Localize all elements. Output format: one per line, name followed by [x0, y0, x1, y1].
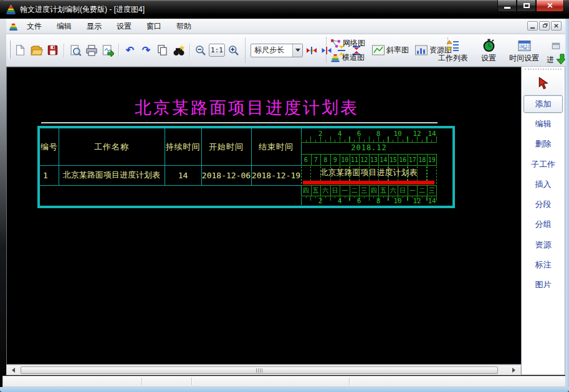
gantt-pyramid-icon	[330, 53, 340, 62]
work-list-button[interactable]: 工作列表	[438, 38, 468, 64]
weekday-cell: 三	[359, 186, 369, 196]
weekday-cell: 六	[388, 186, 398, 196]
sidebar-item-picture[interactable]: 图片	[524, 276, 563, 294]
network-diagram-icon	[330, 39, 341, 48]
mdi-close-button[interactable]: ✕	[551, 21, 562, 31]
weekday-cell: 四	[301, 186, 311, 196]
gantt-task-bar[interactable]	[303, 181, 434, 184]
print-button[interactable]	[84, 43, 98, 57]
status-divider	[191, 378, 192, 385]
weekday-cell: 一	[340, 186, 350, 196]
arrow-left-icon	[9, 368, 15, 373]
time-settings-button[interactable]: 时间设置	[509, 38, 539, 64]
menu-window[interactable]: 窗口	[140, 19, 168, 34]
open-file-button[interactable]	[29, 43, 44, 57]
day-cell: 8	[320, 155, 330, 165]
save-button[interactable]	[45, 43, 60, 57]
slope-chart-icon	[372, 45, 385, 55]
menu-file[interactable]: 文件	[21, 19, 48, 34]
scroll-right-button[interactable]	[510, 365, 520, 375]
tool-sidebar: 添加 编辑 删除 子工作 插入 分段 分组 资源 标注 图片	[521, 67, 565, 375]
sidebar-item-group[interactable]: 分组	[524, 216, 563, 233]
undo-button[interactable]: ↶	[123, 43, 137, 57]
gantt-view-button[interactable]: 横道图	[329, 51, 366, 64]
window-right-frame	[565, 19, 569, 387]
mdi-restore-button[interactable]	[539, 21, 550, 31]
chevron-down-icon	[295, 49, 300, 54]
new-file-button[interactable]	[13, 43, 27, 57]
day-cell: 12	[359, 155, 369, 165]
zoom-in-button[interactable]	[227, 44, 240, 57]
toolbar-separator	[118, 44, 119, 57]
row-cell-start[interactable]: 2018-12-06	[201, 165, 251, 185]
time-settings-label: 时间设置	[509, 53, 539, 64]
network-view-button[interactable]: 网络图	[329, 37, 366, 50]
col-header-name: 工作名称	[59, 128, 165, 165]
ruler-number: 6	[354, 197, 364, 205]
h-expand-icon	[306, 45, 317, 56]
select-cursor-button[interactable]	[523, 72, 563, 95]
menu-view[interactable]: 显示	[80, 19, 108, 34]
row-cell-duration[interactable]: 14	[165, 165, 201, 185]
sidebar-item-add[interactable]: 添加	[524, 95, 563, 113]
col-header-end: 结束时间	[251, 128, 301, 165]
gantt-bar-label: 北京某路面项目进度计划表	[301, 167, 436, 178]
close-icon: ✕	[547, 2, 553, 9]
slope-view-label: 斜率图	[386, 45, 409, 55]
horizontal-scrollbar[interactable]	[6, 365, 521, 375]
gantt-ruler-ticks-top-minor	[301, 140, 437, 142]
close-button[interactable]: ✕	[536, 0, 564, 12]
sidebar-item-insert[interactable]: 插入	[524, 176, 563, 193]
maximize-button[interactable]	[517, 0, 536, 12]
day-cell: 18	[417, 155, 427, 165]
copy-button[interactable]	[155, 43, 170, 57]
weekday-cell: 日	[330, 186, 340, 196]
menu-edit[interactable]: 编辑	[50, 19, 78, 34]
weekday-cell: 三	[427, 186, 437, 196]
sidebar-item-segment[interactable]: 分段	[524, 196, 563, 213]
day-cell: 14	[378, 155, 388, 165]
print-preview-button[interactable]	[68, 43, 82, 57]
slope-view-button[interactable]: 斜率图	[370, 44, 411, 57]
menu-settings[interactable]: 设置	[110, 19, 138, 34]
ruler-number: 10	[393, 130, 403, 138]
day-cell: 10	[340, 155, 350, 165]
sidebar-item-edit[interactable]: 编辑	[524, 115, 563, 133]
minimize-button[interactable]	[497, 0, 517, 12]
export-image-button[interactable]	[100, 43, 115, 57]
title-bar: 翰文进度计划编制(免费版) - [进度图4] ✕	[0, 0, 569, 19]
ruler-number: 14	[427, 197, 437, 205]
scroll-left-button[interactable]	[7, 365, 17, 375]
zoom-out-button[interactable]	[194, 44, 207, 57]
ruler-number: 8	[373, 130, 383, 138]
sidebar-gripper[interactable]	[525, 69, 562, 70]
ruler-number: 6	[354, 130, 364, 138]
sidebar-item-subtask[interactable]: 子工作	[524, 156, 563, 173]
h-expand-button[interactable]	[305, 44, 318, 57]
weekday-cell: 四	[369, 186, 379, 196]
mdi-close-icon: ✕	[553, 23, 558, 29]
row-cell-name[interactable]: 北京某路面项目进度计划表	[59, 165, 165, 185]
progress-line-button-clipped[interactable]: 进	[545, 38, 567, 67]
drawing-canvas[interactable]: 北京某路面项目进度计划表 编号 工作名称 持续时间 开始时间 结束时间 1 北京…	[6, 67, 521, 365]
sidebar-item-delete[interactable]: 删除	[524, 135, 563, 153]
sidebar-item-resource[interactable]: 资源	[524, 236, 563, 254]
zoom-reset-button[interactable]: 1:1	[209, 44, 225, 57]
ruler-number: 12	[412, 197, 422, 205]
row-cell-end[interactable]: 2018-12-19	[251, 165, 301, 185]
ruler-number: 14	[427, 130, 437, 138]
mdi-minimize-button[interactable]	[527, 21, 538, 31]
menu-help[interactable]: 帮助	[170, 19, 198, 34]
find-button[interactable]	[171, 43, 186, 57]
ruler-number: 8	[373, 197, 383, 205]
ruler-number: 4	[335, 130, 345, 138]
toolbar-gripper[interactable]	[9, 41, 11, 59]
row-cell-id[interactable]: 1	[40, 165, 59, 185]
scrollbar-thumb[interactable]	[21, 366, 498, 374]
day-cell: 6	[301, 155, 311, 165]
redo-button[interactable]: ↷	[139, 43, 153, 57]
dropdown-button[interactable]	[292, 44, 302, 57]
ruler-step-dropdown[interactable]: 标尺步长	[251, 44, 303, 57]
sidebar-item-annotation[interactable]: 标注	[524, 256, 563, 274]
settings-button[interactable]: 设置	[474, 38, 503, 64]
